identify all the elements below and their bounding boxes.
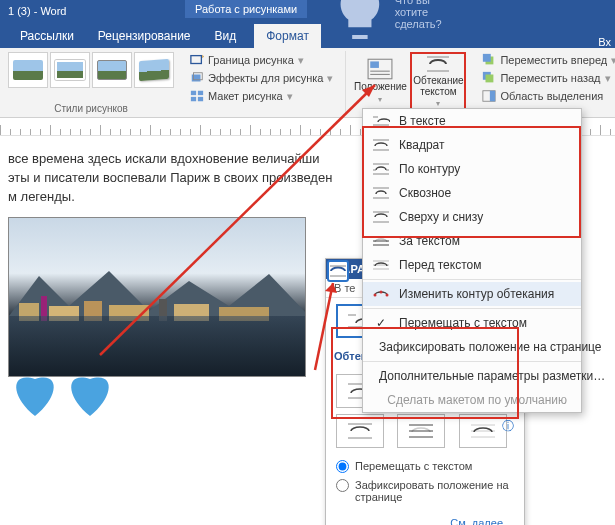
picture-style-preset[interactable] bbox=[8, 52, 48, 88]
position-icon bbox=[367, 58, 393, 80]
send-backward-icon bbox=[482, 71, 496, 85]
selection-pane-icon bbox=[482, 89, 496, 103]
bring-forward-icon bbox=[482, 53, 496, 67]
menu-behind[interactable]: За текстом bbox=[363, 229, 581, 253]
border-icon bbox=[190, 53, 204, 67]
wrap-text-icon bbox=[425, 54, 451, 74]
tight-icon bbox=[371, 161, 391, 177]
svg-rect-0 bbox=[191, 56, 202, 64]
lightbulb-icon bbox=[329, 0, 391, 43]
layout-icon bbox=[190, 89, 204, 103]
svg-rect-3 bbox=[191, 91, 196, 95]
menu-inline[interactable]: В тексте bbox=[363, 109, 581, 133]
check-icon: ✓ bbox=[371, 315, 391, 331]
selection-pane-button[interactable]: Область выделения bbox=[480, 88, 615, 104]
effects-icon bbox=[190, 71, 204, 85]
sign-in-stub[interactable]: Вх bbox=[598, 36, 615, 48]
tab-review[interactable]: Рецензирование bbox=[86, 24, 203, 48]
group-arrange: Положе­ние ▾ Обтекание текстом ▾ bbox=[345, 51, 470, 114]
menu-fix-position[interactable]: Зафиксировать положение на странице bbox=[363, 335, 581, 359]
panel-radios: Перемещать с текстом Зафиксировать полож… bbox=[326, 454, 524, 513]
svg-point-52 bbox=[374, 294, 377, 297]
tab-view[interactable]: Вид bbox=[203, 24, 249, 48]
menu-tight[interactable]: По контуру bbox=[363, 157, 581, 181]
picture-border-button[interactable]: Граница рисунка ▾ bbox=[188, 52, 335, 68]
group-picture-styles: Стили рисунков bbox=[4, 51, 178, 114]
svg-point-54 bbox=[386, 294, 389, 297]
radio-move-with-text[interactable]: Перемещать с текстом bbox=[336, 460, 514, 473]
wrap-text-menu: В тексте Квадрат По контуру Сквозное Све… bbox=[362, 108, 582, 413]
square-icon bbox=[371, 137, 391, 153]
tell-me-search[interactable]: Что вы хотите сделать? bbox=[321, 0, 463, 48]
front-icon bbox=[371, 257, 391, 273]
svg-rect-14 bbox=[483, 54, 491, 62]
panel-top-bottom[interactable] bbox=[336, 414, 384, 448]
svg-rect-4 bbox=[198, 91, 203, 95]
layout-options-button[interactable] bbox=[327, 260, 349, 282]
contextual-tab-group: Работа с рисунками bbox=[185, 0, 307, 18]
picture-style-gallery[interactable] bbox=[8, 52, 174, 88]
menu-set-default: Сделать макетом по умолчанию bbox=[363, 388, 581, 412]
panel-behind[interactable] bbox=[397, 414, 445, 448]
tab-mailings[interactable]: Рассылки bbox=[8, 24, 86, 48]
svg-rect-16 bbox=[486, 75, 494, 83]
send-backward-button[interactable]: Переместить назад ▾ bbox=[480, 70, 615, 86]
svg-rect-6 bbox=[198, 97, 203, 101]
svg-point-53 bbox=[380, 291, 383, 294]
group-label: Стили рисунков bbox=[8, 103, 174, 114]
top-bottom-icon bbox=[371, 209, 391, 225]
through-icon bbox=[371, 185, 391, 201]
menu-more-layout-options[interactable]: Дополнительные параметры разметки… bbox=[363, 364, 581, 388]
edit-points-icon bbox=[371, 286, 391, 302]
picture-style-preset[interactable] bbox=[134, 52, 174, 88]
help-icon[interactable]: ⓘ bbox=[502, 418, 514, 435]
svg-rect-5 bbox=[191, 97, 196, 101]
bring-forward-button[interactable]: Переместить вперед ▾ bbox=[480, 52, 615, 68]
ribbon-tab-row: Рассылки Рецензирование Вид Работа с рис… bbox=[0, 22, 615, 48]
inserted-picture[interactable] bbox=[8, 217, 306, 377]
tab-format[interactable]: Формат bbox=[254, 24, 321, 48]
svg-rect-18 bbox=[490, 91, 495, 102]
menu-front[interactable]: Перед текстом bbox=[363, 253, 581, 277]
heart-shapes bbox=[5, 361, 125, 421]
wrap-text-button[interactable]: Обтекание текстом ▾ bbox=[410, 52, 466, 110]
menu-square[interactable]: Квадрат bbox=[363, 133, 581, 157]
menu-edit-wrap-points[interactable]: Изменить контур обтекания bbox=[363, 282, 581, 306]
menu-through[interactable]: Сквозное bbox=[363, 181, 581, 205]
radio-fix-position[interactable]: Зафиксировать положение на странице bbox=[336, 479, 514, 503]
svg-rect-8 bbox=[371, 62, 380, 68]
window-title: 1 (3) - Word bbox=[8, 5, 66, 17]
group-picture-adjust: Граница рисунка ▾ Эффекты для рисунка ▾ … bbox=[184, 51, 339, 114]
behind-icon bbox=[371, 233, 391, 249]
group-arrange-2: Переместить вперед ▾ Переместить назад ▾… bbox=[476, 51, 615, 114]
panel-front[interactable] bbox=[459, 414, 507, 448]
picture-effects-button[interactable]: Эффекты для рисунка ▾ bbox=[188, 70, 335, 86]
picture-layout-button[interactable]: Макет рисунка ▾ bbox=[188, 88, 335, 104]
menu-move-with-text[interactable]: ✓ Перемещать с текстом bbox=[363, 311, 581, 335]
position-button[interactable]: Положе­ние ▾ bbox=[352, 52, 408, 110]
panel-see-more[interactable]: См. далее… bbox=[326, 513, 524, 525]
picture-style-preset[interactable] bbox=[50, 52, 90, 88]
menu-top-bottom[interactable]: Сверху и снизу bbox=[363, 205, 581, 229]
title-bar: 1 (3) - Word bbox=[0, 0, 615, 22]
picture-style-preset[interactable] bbox=[92, 52, 132, 88]
inline-icon bbox=[371, 113, 391, 129]
wrap-glyph-icon bbox=[329, 264, 347, 278]
